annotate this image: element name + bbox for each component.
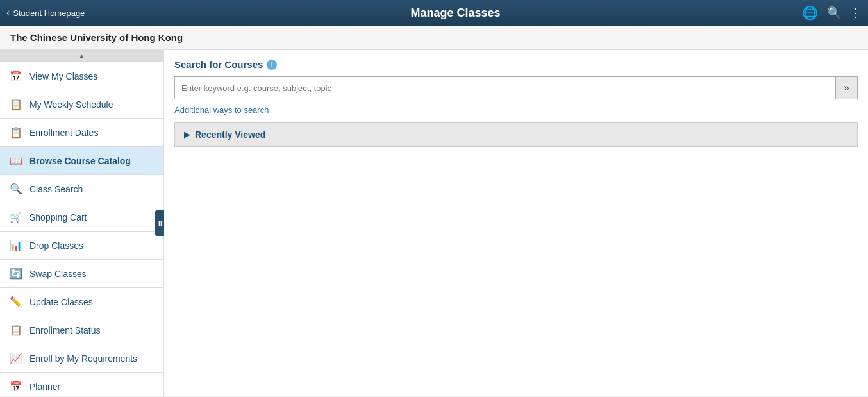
sidebar-item-label: Swap Classes: [29, 269, 156, 279]
search-go-button[interactable]: »: [835, 77, 857, 99]
sidebar-scroll-up[interactable]: ▲: [0, 50, 163, 62]
update-classes-icon: ✏️: [9, 296, 23, 308]
sidebar-item-label: Browse Course Catalog: [29, 156, 156, 166]
section-title: Search for Courses i: [174, 59, 858, 70]
sidebar-item-label: My Weekly Schedule: [29, 99, 156, 110]
flower-icon[interactable]: 🌐: [802, 5, 818, 21]
planner-icon: 📅: [9, 380, 23, 393]
main-layout: ▲ 📅 View My Classes 📋 My Weekly Schedule…: [0, 50, 868, 396]
sidebar-item-planner[interactable]: 📅 Planner: [0, 373, 163, 396]
sidebar-item-enroll-requirements[interactable]: 📈 Enroll by My Requirements: [0, 344, 163, 373]
sidebar-item-browse-catalog[interactable]: 📖 Browse Course Catalog: [0, 147, 163, 175]
enrollment-status-icon: 📋: [9, 324, 23, 336]
sidebar-item-label: Class Search: [29, 184, 156, 194]
navbar: ‹ Student Homepage Manage Classes 🌐 🔍 ⋮: [0, 0, 868, 26]
sidebar-item-weekly-schedule[interactable]: 📋 My Weekly Schedule: [0, 90, 163, 119]
navbar-icons: 🌐 🔍 ⋮: [802, 5, 862, 21]
drop-classes-icon: 📊: [9, 239, 23, 251]
recently-viewed-header[interactable]: ▶ Recently Viewed: [174, 122, 858, 147]
shopping-cart-icon: 🛒: [9, 211, 23, 223]
page-title: Manage Classes: [109, 6, 802, 20]
content-area: Search for Courses i » Additional ways t…: [164, 50, 868, 156]
sidebar: ▲ 📅 View My Classes 📋 My Weekly Schedule…: [0, 50, 164, 396]
sidebar-item-enrollment-dates[interactable]: 📋 Enrollment Dates: [0, 119, 163, 147]
recently-viewed-label: Recently Viewed: [195, 130, 265, 140]
sidebar-item-label: Drop Classes: [29, 241, 156, 251]
enrollment-dates-icon: 📋: [9, 126, 23, 139]
sidebar-item-class-search[interactable]: 🔍 Class Search: [0, 175, 163, 203]
enroll-requirements-icon: 📈: [9, 352, 23, 364]
browse-catalog-icon: 📖: [9, 155, 23, 167]
sidebar-item-shopping-cart[interactable]: 🛒 Shopping Cart: [0, 203, 163, 232]
content-inner: Search for Courses i » Additional ways t…: [164, 50, 868, 156]
back-chevron-icon: ‹: [6, 7, 10, 19]
university-name: The Chinese University of Hong Kong: [10, 32, 183, 43]
sidebar-item-label: Enroll by My Requirements: [29, 353, 156, 364]
back-button[interactable]: ‹ Student Homepage: [6, 7, 109, 19]
sidebar-item-drop-classes[interactable]: 📊 Drop Classes: [0, 232, 163, 260]
info-icon[interactable]: i: [267, 60, 277, 70]
search-input[interactable]: [175, 78, 835, 98]
search-bar-row: »: [174, 76, 858, 99]
sidebar-item-label: View My Classes: [29, 71, 156, 81]
back-label: Student Homepage: [13, 8, 85, 18]
sidebar-item-label: Planner: [29, 382, 156, 392]
sidebar-item-label: Update Classes: [29, 297, 156, 307]
additional-ways-link[interactable]: Additional ways to search: [174, 105, 269, 115]
class-search-icon: 🔍: [9, 183, 23, 195]
recently-viewed-arrow-icon: ▶: [184, 130, 190, 139]
weekly-schedule-icon: 📋: [9, 98, 23, 110]
sidebar-item-label: Shopping Cart: [29, 212, 156, 223]
sidebar-item-update-classes[interactable]: ✏️ Update Classes: [0, 288, 163, 316]
sidebar-item-label: Enrollment Dates: [29, 128, 156, 138]
sidebar-item-label: Enrollment Status: [29, 325, 156, 335]
view-classes-icon: 📅: [9, 70, 23, 82]
collapse-handle[interactable]: ⏸: [155, 210, 164, 236]
sidebar-item-view-classes[interactable]: 📅 View My Classes: [0, 62, 163, 90]
search-icon[interactable]: 🔍: [827, 6, 841, 20]
content-wrapper: ⏸ Search for Courses i » Additional ways…: [164, 50, 868, 396]
more-options-icon[interactable]: ⋮: [850, 6, 862, 20]
university-header: The Chinese University of Hong Kong: [0, 26, 868, 50]
swap-classes-icon: 🔄: [9, 267, 23, 280]
section-title-text: Search for Courses: [174, 59, 263, 70]
sidebar-item-enrollment-status[interactable]: 📋 Enrollment Status: [0, 316, 163, 344]
sidebar-item-swap-classes[interactable]: 🔄 Swap Classes: [0, 260, 163, 288]
